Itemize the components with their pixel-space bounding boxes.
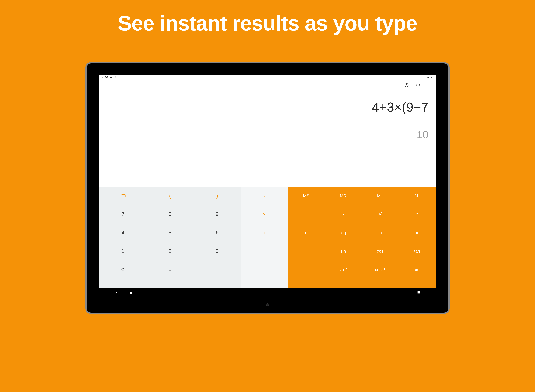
more-menu-icon[interactable] [427, 83, 431, 87]
digit-0-button[interactable]: 0 [146, 260, 193, 279]
equals-button[interactable]: = [241, 260, 288, 279]
svg-rect-11 [418, 291, 420, 294]
status-bar-right [427, 76, 433, 79]
minus-button[interactable]: − [241, 242, 288, 260]
pi-button[interactable]: π [399, 224, 436, 242]
svg-point-2 [115, 77, 116, 78]
svg-rect-4 [432, 77, 432, 77]
android-nav-bar [99, 288, 436, 297]
digit-2-button[interactable]: 2 [146, 242, 193, 260]
cbrt-button[interactable]: ∛ [362, 205, 399, 224]
app-notification-icon [114, 76, 116, 79]
euler-e-button[interactable]: e [288, 224, 325, 242]
digit-5-button[interactable]: 5 [146, 224, 193, 242]
factorial-button[interactable]: ! [288, 205, 325, 224]
multiply-button[interactable]: × [241, 205, 288, 224]
tablet-frame: 4:46 [85, 62, 450, 314]
app-toolbar: DEG [99, 80, 436, 90]
tablet-camera [266, 303, 269, 306]
nav-back-icon[interactable] [115, 291, 118, 294]
digit-8-button[interactable]: 8 [146, 205, 193, 224]
decimal-point-button[interactable]: . [193, 260, 241, 279]
percent-button[interactable]: % [99, 260, 146, 279]
calculator-display[interactable]: 4+3×(9−7 10 [99, 90, 436, 187]
divide-button[interactable]: ÷ [241, 187, 288, 205]
acos-button[interactable]: cos⁻¹ [362, 260, 399, 279]
nav-home-icon[interactable] [129, 291, 132, 294]
digit-6-button[interactable]: 6 [193, 224, 241, 242]
result-text: 10 [417, 129, 429, 141]
numeric-pad: ( ) 7 8 9 4 5 6 1 2 3 % 0 . [99, 187, 241, 297]
cos-button[interactable]: cos [362, 242, 399, 260]
svg-point-7 [429, 86, 429, 86]
ln-button[interactable]: ln [362, 224, 399, 242]
paren-close-button[interactable]: ) [193, 187, 241, 205]
memory-minus-button[interactable]: M- [399, 187, 436, 205]
android-status-bar: 4:46 [99, 75, 436, 80]
memory-plus-button[interactable]: M+ [362, 187, 399, 205]
memory-recall-button[interactable]: MR [325, 187, 362, 205]
power-button[interactable]: ^ [399, 205, 436, 224]
history-icon[interactable] [404, 83, 409, 87]
digit-9-button[interactable]: 9 [193, 205, 241, 224]
digit-3-button[interactable]: 3 [193, 242, 241, 260]
operators-pad: ÷ × + − = [241, 187, 288, 297]
battery-icon [431, 76, 433, 79]
tablet-screen: 4:46 [99, 75, 436, 297]
nav-recents-icon[interactable] [417, 291, 420, 294]
digit-4-button[interactable]: 4 [99, 224, 146, 242]
scientific-pad: MS MR M+ M- ! √ ∛ ^ e log ln π sin cos t… [288, 187, 436, 297]
tan-button[interactable]: tan [399, 242, 436, 260]
svg-point-6 [429, 85, 429, 85]
svg-point-10 [130, 292, 132, 294]
svg-point-5 [429, 84, 429, 84]
digit-1-button[interactable]: 1 [99, 242, 146, 260]
memory-store-button[interactable]: MS [288, 187, 325, 205]
atan-button[interactable]: tan⁻¹ [399, 260, 436, 279]
wifi-icon [427, 76, 429, 79]
expression-text: 4+3×(9−7 [372, 100, 429, 115]
svg-rect-0 [110, 77, 112, 78]
log-button[interactable]: log [325, 224, 362, 242]
svg-rect-3 [431, 77, 432, 78]
digit-7-button[interactable]: 7 [99, 205, 146, 224]
asin-button[interactable]: sin⁻¹ [325, 260, 362, 279]
keypad: ( ) 7 8 9 4 5 6 1 2 3 % 0 . ÷ × + − [99, 187, 436, 297]
notification-icon [110, 76, 112, 79]
plus-button[interactable]: + [241, 224, 288, 242]
status-time: 4:46 [102, 76, 108, 79]
sin-button[interactable]: sin [325, 242, 362, 260]
sqrt-button[interactable]: √ [325, 205, 362, 224]
backspace-button[interactable] [99, 187, 146, 205]
status-bar-left: 4:46 [102, 76, 116, 79]
sci-pad-spacer-1 [288, 242, 325, 260]
angle-mode-toggle[interactable]: DEG [414, 83, 422, 87]
promo-headline: See instant results as you type [118, 11, 417, 35]
sci-pad-spacer-2 [288, 260, 325, 279]
paren-open-button[interactable]: ( [146, 187, 193, 205]
